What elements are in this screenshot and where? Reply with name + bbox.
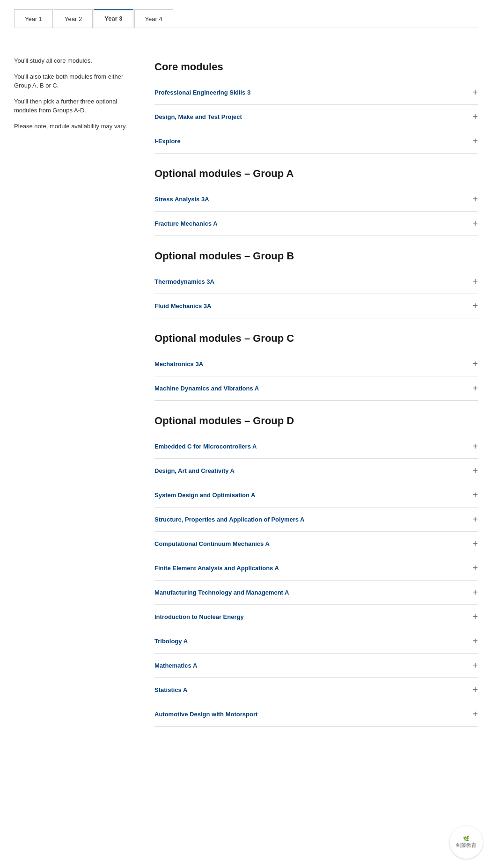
module-label: Embedded C for Microcontrollers A xyxy=(154,443,257,450)
expand-icon[interactable]: + xyxy=(472,276,478,287)
module-label: Mathematics A xyxy=(154,662,197,669)
module-label: Machine Dynamics and Vibrations A xyxy=(154,385,259,392)
module-item[interactable]: Design, Art and Creativity A+ xyxy=(154,459,478,483)
module-item[interactable]: Professional Engineering Skills 3+ xyxy=(154,81,478,105)
expand-icon[interactable]: + xyxy=(472,359,478,369)
tab-year4[interactable]: Year 4 xyxy=(134,9,173,28)
expand-icon[interactable]: + xyxy=(472,709,478,720)
section-group-b: Optional modules – Group BThermodynamics… xyxy=(154,250,478,318)
expand-icon[interactable]: + xyxy=(472,514,478,525)
module-item[interactable]: Design, Make and Test Project+ xyxy=(154,105,478,129)
expand-icon[interactable]: + xyxy=(472,684,478,695)
expand-icon[interactable]: + xyxy=(472,587,478,598)
module-item[interactable]: Finite Element Analysis and Applications… xyxy=(154,556,478,581)
module-item[interactable]: Statistics A+ xyxy=(154,678,478,702)
module-item[interactable]: Tribology A+ xyxy=(154,629,478,654)
module-label: Design, Make and Test Project xyxy=(154,113,242,120)
expand-icon[interactable]: + xyxy=(472,218,478,229)
section-heading-group-a: Optional modules – Group A xyxy=(154,168,478,180)
module-item[interactable]: Fracture Mechanics A+ xyxy=(154,212,478,236)
module-item[interactable]: System Design and Optimisation A+ xyxy=(154,483,478,508)
module-item[interactable]: Fluid Mechanics 3A+ xyxy=(154,294,478,318)
sidebar-text: Please note, module availability may var… xyxy=(14,122,136,131)
module-label: I-Explore xyxy=(154,138,181,145)
expand-icon[interactable]: + xyxy=(472,490,478,500)
module-item[interactable]: Manufacturing Technology and Management … xyxy=(154,581,478,605)
module-item[interactable]: Stress Analysis 3A+ xyxy=(154,187,478,212)
expand-icon[interactable]: + xyxy=(472,660,478,671)
section-heading-core: Core modules xyxy=(154,61,478,73)
expand-icon[interactable]: + xyxy=(472,538,478,549)
module-item[interactable]: Automotive Design with Motorsport+ xyxy=(154,702,478,727)
expand-icon[interactable]: + xyxy=(472,465,478,476)
section-core: Core modulesProfessional Engineering Ski… xyxy=(154,61,478,154)
expand-icon[interactable]: + xyxy=(472,194,478,205)
section-group-d: Optional modules – Group DEmbedded C for… xyxy=(154,415,478,727)
module-label: Design, Art and Creativity A xyxy=(154,467,235,474)
module-label: Stress Analysis 3A xyxy=(154,196,209,203)
module-item[interactable]: Thermodynamics 3A+ xyxy=(154,270,478,294)
module-item[interactable]: Structure, Properties and Application of… xyxy=(154,508,478,532)
module-label: Computational Continuum Mechanics A xyxy=(154,540,270,547)
modules-area: Core modulesProfessional Engineering Ski… xyxy=(154,56,478,741)
expand-icon[interactable]: + xyxy=(472,136,478,147)
section-group-c: Optional modules – Group CMechatronics 3… xyxy=(154,332,478,401)
expand-icon[interactable]: + xyxy=(472,111,478,122)
expand-icon[interactable]: + xyxy=(472,301,478,311)
tab-year3[interactable]: Year 3 xyxy=(94,9,133,28)
module-item[interactable]: Introduction to Nuclear Energy+ xyxy=(154,605,478,629)
tab-year2[interactable]: Year 2 xyxy=(54,9,93,28)
page-wrapper: Year 1Year 2Year 3Year 4 You'll study al… xyxy=(0,0,492,750)
module-item[interactable]: Embedded C for Microcontrollers A+ xyxy=(154,434,478,459)
section-group-a: Optional modules – Group AStress Analysi… xyxy=(154,168,478,236)
module-label: Thermodynamics 3A xyxy=(154,278,214,285)
section-heading-group-d: Optional modules – Group D xyxy=(154,415,478,427)
expand-icon[interactable]: + xyxy=(472,87,478,98)
module-item[interactable]: Mechatronics 3A+ xyxy=(154,352,478,376)
expand-icon[interactable]: + xyxy=(472,441,478,452)
module-label: Mechatronics 3A xyxy=(154,360,203,368)
module-label: Professional Engineering Skills 3 xyxy=(154,89,250,96)
module-item[interactable]: Mathematics A+ xyxy=(154,654,478,678)
module-label: Fluid Mechanics 3A xyxy=(154,302,211,309)
expand-icon[interactable]: + xyxy=(472,636,478,647)
expand-icon[interactable]: + xyxy=(472,383,478,394)
sidebar-text: You'll study all core modules. xyxy=(14,56,136,66)
module-label: Statistics A xyxy=(154,686,187,693)
section-heading-group-b: Optional modules – Group B xyxy=(154,250,478,262)
sidebar: You'll study all core modules.You'll als… xyxy=(14,56,136,741)
module-item[interactable]: I-Explore+ xyxy=(154,129,478,154)
sidebar-text: You'll also take both modules from eithe… xyxy=(14,72,136,90)
year-tabs: Year 1Year 2Year 3Year 4 xyxy=(14,9,478,28)
module-item[interactable]: Computational Continuum Mechanics A+ xyxy=(154,532,478,556)
expand-icon[interactable]: + xyxy=(472,563,478,574)
module-label: Tribology A xyxy=(154,638,188,645)
module-label: Fracture Mechanics A xyxy=(154,220,218,227)
module-label: System Design and Optimisation A xyxy=(154,492,256,499)
module-label: Introduction to Nuclear Energy xyxy=(154,613,244,620)
module-label: Automotive Design with Motorsport xyxy=(154,711,257,718)
expand-icon[interactable]: + xyxy=(472,611,478,622)
module-label: Finite Element Analysis and Applications… xyxy=(154,565,279,572)
module-label: Manufacturing Technology and Management … xyxy=(154,589,289,596)
main-content: You'll study all core modules.You'll als… xyxy=(14,47,478,741)
module-label: Structure, Properties and Application of… xyxy=(154,516,305,523)
tab-year1[interactable]: Year 1 xyxy=(14,9,53,28)
section-heading-group-c: Optional modules – Group C xyxy=(154,332,478,345)
sidebar-text: You'll then pick a further three optiona… xyxy=(14,97,136,115)
module-item[interactable]: Machine Dynamics and Vibrations A+ xyxy=(154,376,478,401)
